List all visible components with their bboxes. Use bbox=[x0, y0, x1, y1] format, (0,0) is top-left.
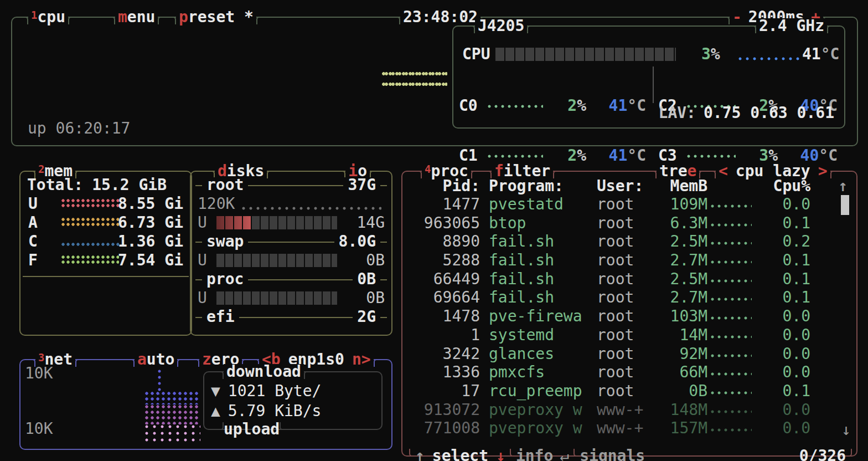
signals-control[interactable]: signals bbox=[580, 448, 645, 461]
menu-button[interactable]: menu bbox=[109, 9, 164, 25]
process-user: www-+ bbox=[597, 401, 659, 419]
process-row[interactable]: 771008 pveproxy w www-+ 157M 0.0 bbox=[408, 419, 840, 438]
mem-free-value: 7.54 Gi bbox=[118, 253, 183, 268]
process-user: root bbox=[597, 232, 659, 251]
cpu-box: 1cpu menu preset * 23:48:02 -2000ms+ up … bbox=[11, 17, 858, 146]
sort-direction-icon: ↑ bbox=[838, 178, 848, 194]
process-cpu: 0.0 bbox=[755, 401, 810, 419]
process-pid: 771008 bbox=[408, 419, 480, 438]
uptime-label: up 06:20:17 bbox=[28, 121, 130, 136]
enter-key-icon: ↵ bbox=[553, 447, 569, 461]
process-pid: 69664 bbox=[408, 288, 480, 307]
select-down-icon[interactable]: ↓ bbox=[496, 447, 505, 461]
process-mem: 92M bbox=[659, 345, 707, 363]
process-pid: 66449 bbox=[408, 270, 480, 289]
process-program: glances bbox=[489, 345, 597, 363]
upload-title: upload bbox=[218, 422, 286, 437]
disk-section-swap-header: swap 8.0G bbox=[195, 234, 387, 249]
proc-box-number[interactable]: 4 bbox=[425, 163, 431, 175]
process-mem: 2.5M bbox=[659, 232, 707, 251]
process-cpu: 0.0 bbox=[755, 419, 810, 438]
disk-used-meter-proc bbox=[216, 291, 337, 305]
process-pid: 1477 bbox=[408, 195, 480, 214]
process-mem: 157M bbox=[659, 419, 707, 438]
scrollbar-thumb[interactable] bbox=[841, 195, 849, 215]
select-up-icon[interactable]: ↑ bbox=[415, 447, 425, 461]
disk-name: efi bbox=[202, 309, 239, 325]
process-row[interactable]: 8890 fail.sh root 2.5M 0.2 bbox=[408, 232, 840, 251]
cpu-usage-graph bbox=[382, 71, 447, 93]
process-cpu: 0.0 bbox=[755, 195, 810, 214]
net-box-number[interactable]: 3 bbox=[38, 351, 44, 363]
mem-divider bbox=[23, 276, 189, 277]
process-row[interactable]: 963065 btop root 6.3M 0.1 bbox=[408, 214, 840, 233]
process-pid: 17 bbox=[408, 382, 480, 401]
mem-used-value: 8.55 Gi bbox=[118, 196, 183, 212]
scroll-down-icon[interactable]: ↓ bbox=[841, 422, 851, 438]
core-row-c1: C1 2% 41°C bbox=[459, 146, 653, 165]
menu-label: enu bbox=[127, 8, 156, 26]
mem-box: 2mem Total:15.2 GiB U 8.55 Gi A 6.73 Gi … bbox=[19, 171, 192, 336]
preset-label: reset * bbox=[188, 8, 254, 26]
upload-arrow-icon: ▲ bbox=[211, 402, 220, 420]
process-row[interactable]: 69664 fail.sh root 2.7M 0.1 bbox=[408, 288, 840, 307]
process-row[interactable]: 1336 pmxcfs root 66M 0.0 bbox=[408, 363, 840, 382]
sort-next-button[interactable]: > bbox=[818, 162, 828, 180]
process-row[interactable]: 17 rcu_preemp root 0B 0.1 bbox=[408, 382, 840, 401]
disk-used-meter-swap bbox=[216, 254, 337, 267]
preset-button[interactable]: preset * bbox=[170, 9, 262, 25]
cpu-total-meter bbox=[495, 48, 676, 61]
process-row[interactable]: 1 systemd root 14M 0.0 bbox=[408, 326, 840, 345]
menu-hotkey: m bbox=[118, 8, 127, 26]
process-cpu: 0.1 bbox=[755, 214, 810, 233]
process-program: pveproxy w bbox=[489, 419, 597, 438]
disk-used-value: 0B bbox=[366, 290, 385, 306]
select-control[interactable]: ↑select↓ bbox=[415, 448, 505, 461]
cpu-box-title[interactable]: 1cpu bbox=[22, 9, 74, 25]
process-cpu-graph bbox=[711, 241, 752, 246]
process-pid: 5288 bbox=[408, 251, 480, 270]
process-rows: 1477 pvestatd root 109M 0.0 963065 btop … bbox=[408, 195, 840, 438]
auto-hotkey: a bbox=[137, 350, 147, 368]
disk-used-meter-root bbox=[216, 216, 337, 229]
interval-minus-button[interactable]: - bbox=[732, 8, 742, 26]
process-cpu: 0.0 bbox=[755, 345, 810, 363]
cpu-box-number[interactable]: 1 bbox=[31, 9, 37, 21]
mem-box-number[interactable]: 2 bbox=[38, 163, 44, 175]
net-auto-button[interactable]: auto bbox=[128, 352, 183, 367]
auto-label: uto bbox=[147, 350, 175, 368]
process-pid: 1 bbox=[408, 326, 480, 345]
disk-used-label: U bbox=[198, 290, 207, 306]
process-mem: 66M bbox=[659, 363, 707, 382]
zero-hotkey: z bbox=[202, 350, 211, 368]
cpu-total-label: CPU bbox=[462, 47, 490, 62]
process-row[interactable]: 1478 pve-firewa root 103M 0.0 bbox=[408, 307, 840, 326]
process-pid: 1478 bbox=[408, 307, 480, 326]
net-speed-panel: download ▼1021 Byte/ ▲5.79 KiB/s upload bbox=[203, 371, 383, 430]
process-row[interactable]: 5288 fail.sh root 2.7M 0.1 bbox=[408, 251, 840, 270]
iface-next-button[interactable]: n> bbox=[352, 350, 371, 368]
proc-table-header: Pid: Program: User: MemB Cpu% ↑ bbox=[408, 178, 849, 194]
process-mem: 0B bbox=[659, 382, 707, 401]
process-mem: 6.3M bbox=[659, 214, 707, 233]
process-row[interactable]: 3242 glances root 92M 0.0 bbox=[408, 345, 840, 363]
download-title: download bbox=[218, 364, 310, 380]
mem-cached-graph bbox=[61, 242, 119, 247]
process-row[interactable]: 66449 fail.sh root 2.5M 0.1 bbox=[408, 270, 840, 289]
net-scale-top: 10K bbox=[25, 366, 53, 381]
process-program: fail.sh bbox=[489, 232, 597, 251]
process-user: root bbox=[597, 214, 659, 233]
process-cpu: 0.1 bbox=[755, 270, 810, 289]
process-program: fail.sh bbox=[489, 251, 597, 270]
process-user: root bbox=[597, 363, 659, 382]
process-cpu: 0.0 bbox=[755, 326, 810, 345]
process-row[interactable]: 1477 pvestatd root 109M 0.0 bbox=[408, 195, 840, 214]
info-control[interactable]: info↵ bbox=[516, 448, 569, 461]
disks-box: disks io root 37G 120K U 14G swap 8.0G U… bbox=[190, 171, 392, 336]
process-mem: 103M bbox=[659, 307, 707, 326]
process-row[interactable]: 913072 pveproxy w www-+ 148M 0.0 bbox=[408, 401, 840, 419]
sort-prev-button[interactable]: < bbox=[719, 162, 728, 180]
proc-footer: ↑select↓ info↵ signals 0/326 bbox=[409, 448, 852, 461]
disk-io-value: 120K bbox=[198, 196, 235, 212]
cpu-total-temp: 41°C bbox=[802, 47, 839, 62]
